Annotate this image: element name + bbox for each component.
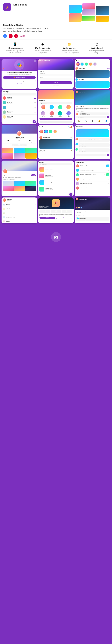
screens-row-4: Yoga Trainer Fashion Show Follow 345 Pos… (2, 160, 110, 196)
app-name: Ionic Social (13, 3, 27, 6)
organized-icon: 📁 (60, 42, 80, 46)
organized-title: Well organized (60, 47, 80, 49)
profile-screen: Christina Jones @christinajones 345Posts… (2, 125, 37, 159)
app-description: Ionic starter with screens and component… (3, 27, 49, 32)
social-app-tag: Social App Starter (3, 24, 109, 26)
welcome-title: Connect and engage with your audience (3, 72, 36, 74)
city-post-screen: John New York ♥ 120 💬 45 📤 Reiciendis qu… (75, 90, 110, 124)
components-icon: ◈ (32, 42, 52, 46)
angular2-icon: A (14, 34, 18, 38)
welcome-screen: 🎭 Connect and engage with your audience … (2, 59, 37, 89)
components-title: 10+ Components (32, 47, 52, 49)
signin-screen: Welcome to Ionic Social Sign In Email Ad… (38, 59, 74, 89)
party-event-screen: 🎉 2017 Dinner Party 12/14/2017 - 08:00 A… (38, 198, 74, 224)
feature-components: ◈ 10+ Components Reusable components to … (32, 42, 52, 54)
app-name-block: Ionic Social (13, 3, 27, 6)
screens-icon: 📱 (5, 42, 25, 46)
header-section: ⚡ Ionic Social (0, 0, 112, 24)
sass-icon: Sass (20, 35, 25, 38)
screens-row-5: User Name @username 👤 Account › 🔔 Notifi… (2, 198, 110, 224)
feature-organized: 📁 Well organized Components and screens … (60, 42, 80, 54)
tag-desc-section: Social App Starter Ionic starter with sc… (0, 24, 112, 40)
feature-screens: 📱 15+ App Screens Ready to use app scree… (5, 42, 25, 54)
components-desc: Reusable components to save you time (32, 50, 52, 54)
feature-vector: ⬡ Vector based Ionicons pack and svg ima… (87, 42, 107, 54)
comments-screen: Comments Christina Jones Qui in recusand… (75, 125, 110, 159)
features-section: 📱 15+ App Screens Ready to use app scree… (0, 40, 112, 57)
settings-list: 👤 Account › 🔔 Notifications › 🔒 Privacy … (2, 203, 37, 224)
events-screen: Events 🔍 Find events 2017 Dinner Party 1… (38, 160, 74, 196)
vector-title: Vector based (87, 47, 107, 49)
screens-row-2: Messages 🔍 Find Messages Andreanne... Ex… (2, 90, 110, 124)
hero-mockups (69, 3, 109, 23)
organized-desc: Components and screens well named and or… (60, 50, 80, 54)
screens-desc: Ready to use app screens with specific t… (5, 50, 25, 54)
screens-section: 🎭 Connect and engage with your audience … (0, 57, 112, 227)
settings-screen: User Name @username 👤 Account › 🔔 Notifi… (2, 198, 37, 224)
dark-post-screen: ARI87 House Party ARI87 House Party ♥ 89… (75, 198, 110, 224)
logo-icon: ⚡ (5, 5, 9, 9)
angular-icon: ✕ (9, 34, 13, 38)
feed-screen: Feed 🔍 📤 You Robert Cruz (38, 125, 74, 159)
screens-row-3: Christina Jones @christinajones 345Posts… (2, 125, 110, 159)
vector-desc: Ionicons pack and svg images (87, 50, 107, 54)
mountain-profile-screen: Yoga Trainer Fashion Show Follow 345 Pos… (2, 160, 37, 196)
explore-screen: Explore Christina James Follow (75, 59, 110, 89)
messages-screen: Messages 🔍 Find Messages Andreanne... Ex… (2, 90, 37, 124)
screens-row-1: 🎭 Connect and engage with your audience … (2, 59, 110, 89)
footer-logo: M (51, 232, 61, 242)
ionic-icon: Io (3, 34, 7, 38)
logo-container: ⚡ (3, 3, 11, 11)
vector-icon: ⬡ (87, 42, 107, 46)
contacts-screen: Contacts 🔍 Find contact Christina Robert… (38, 90, 74, 124)
tech-icons-row: Io ✕ A Sass (3, 34, 109, 38)
notifications-screen: Notifications Christina Jones liked your… (75, 160, 110, 196)
footer-section: M (0, 227, 112, 248)
screens-title: 15+ App Screens (5, 47, 25, 49)
